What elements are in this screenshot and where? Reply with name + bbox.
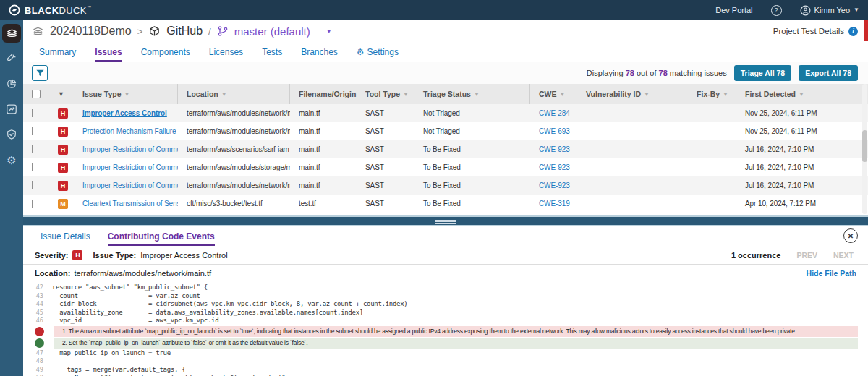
sidebar: ⚙ — [0, 20, 23, 376]
pie-chart-icon — [6, 78, 17, 90]
project-layers-icon — [32, 25, 44, 38]
prev-button[interactable]: PREV — [796, 251, 817, 260]
row-checkbox[interactable] — [32, 145, 33, 153]
table-row[interactable]: H Improper Restriction of Communi... ter… — [23, 140, 868, 158]
table-row[interactable]: H Improper Restriction of Communi... ter… — [23, 176, 868, 195]
cwe-link[interactable]: CWE-693 — [539, 127, 570, 135]
code-line: 45 availability_zone = data.aws_availabi… — [23, 309, 868, 317]
next-button[interactable]: NEXT — [833, 251, 854, 260]
cwe-link[interactable]: CWE-923 — [539, 163, 570, 171]
cwe-link[interactable]: CWE-284 — [539, 109, 570, 117]
tab-issues[interactable]: Issues — [95, 47, 122, 62]
row-checkbox[interactable] — [32, 181, 33, 189]
code-viewer: 42resource "aws_subnet" "km_public_subne… — [23, 282, 868, 376]
sort-caret-icon: ▼ — [124, 91, 130, 98]
table-row[interactable]: H Protection Mechanism Failure terraform… — [23, 122, 868, 140]
tab-contributing-code-events[interactable]: Contributing Code Events — [108, 231, 215, 246]
tab-components[interactable]: Components — [141, 47, 190, 62]
table-row[interactable]: M Cleartext Transmission of Sensitiv... … — [23, 195, 868, 213]
first-detected-cell: Nov 25, 2024, 6:11 PM — [736, 127, 868, 135]
user-menu[interactable]: Kimm Yeo ▼ — [800, 5, 859, 16]
column-fix-by[interactable]: Fix-By▼ — [688, 84, 736, 104]
row-checkbox[interactable] — [32, 200, 33, 208]
triage-status-cell: To Be Fixed — [414, 200, 530, 208]
tab-summary[interactable]: Summary — [39, 47, 76, 62]
filename-cell: main.tf — [290, 109, 357, 117]
issue-type-link[interactable]: Improper Access Control — [82, 109, 167, 117]
location-value: terraform/aws/modules/network/main.tf — [75, 269, 212, 278]
column-triage-status[interactable]: Triage Status▼ — [414, 84, 530, 104]
column-tool-type[interactable]: Tool Type▼ — [357, 84, 414, 104]
column-issue-type[interactable]: Issue Type▼ — [74, 84, 178, 104]
branch-caret-icon[interactable]: ▼ — [326, 28, 332, 35]
first-detected-cell: Apr 10, 2024, 7:12 PM — [736, 200, 868, 208]
severity-sort-header[interactable]: ▼ — [49, 84, 74, 104]
scroll-severity-marker — [864, 20, 868, 41]
info-icon[interactable]: i — [848, 27, 858, 36]
git-branch-icon — [217, 25, 229, 37]
tab-branches[interactable]: Branches — [301, 47, 338, 62]
code-line: 42resource "aws_subnet" "km_public_subne… — [23, 283, 868, 292]
issue-type-link[interactable]: Protection Mechanism Failure — [82, 127, 176, 135]
tab-licenses[interactable]: Licenses — [209, 47, 243, 62]
export-all-button[interactable]: Export All 78 — [799, 65, 858, 81]
gear-icon: ⚙ — [7, 155, 16, 166]
sort-caret-icon: ▼ — [560, 91, 566, 98]
close-panel-button[interactable]: ✕ — [843, 228, 858, 243]
sidebar-item-scans[interactable] — [2, 24, 21, 43]
column-filename-origin[interactable]: Filename/Origin▼ — [290, 84, 357, 104]
sidebar-item-trends[interactable] — [2, 100, 21, 119]
tab-tests[interactable]: Tests — [262, 47, 282, 62]
dev-portal-link[interactable]: Dev Portal — [715, 6, 752, 14]
issue-type-link[interactable]: Improper Restriction of Communi... — [82, 181, 178, 189]
tab-issue-details[interactable]: Issue Details — [41, 231, 90, 246]
column-location[interactable]: Location▼ — [178, 84, 290, 104]
help-icon[interactable]: ? — [771, 5, 782, 16]
column-cwe[interactable]: CWE▼ — [530, 84, 577, 104]
breadcrumb-project[interactable]: 20240118Demo — [50, 25, 132, 38]
app-root: BLACKDUCK™ Dev Portal ? Kimm Yeo ▼ — [0, 0, 868, 376]
table-row[interactable]: H Improper Restriction of Communi... ter… — [23, 158, 868, 176]
column-first-detected[interactable]: First Detected▼ — [736, 84, 868, 104]
issue-type-link[interactable]: Improper Restriction of Communi... — [82, 163, 178, 171]
scrollbar-thumb[interactable] — [862, 130, 867, 162]
repo-cube-icon — [148, 25, 161, 38]
cwe-link[interactable]: CWE-923 — [539, 181, 570, 189]
finding-text: 1. The Amazon subnet attribute `map_publ… — [62, 328, 796, 335]
tab-settings[interactable]: ⚙Settings — [357, 47, 399, 62]
filename-cell: test.tf — [290, 200, 357, 208]
finding-marker-icon — [35, 327, 44, 336]
issue-type-value: Improper Access Control — [140, 251, 227, 260]
row-checkbox[interactable] — [32, 163, 33, 171]
first-detected-cell: Nov 25, 2024, 6:11 PM — [736, 109, 868, 117]
issue-type-link[interactable]: Improper Restriction of Communi... — [82, 145, 178, 153]
sidebar-item-security[interactable] — [2, 125, 21, 144]
sidebar-item-reports[interactable] — [2, 74, 21, 93]
table-row[interactable]: H Improper Access Control terraform/aws/… — [23, 104, 868, 122]
project-test-details-link[interactable]: Project Test Details — [773, 27, 844, 35]
layers-icon — [6, 27, 18, 40]
filter-button[interactable] — [32, 65, 48, 81]
cwe-link[interactable]: CWE-923 — [539, 145, 570, 153]
issue-type-link[interactable]: Cleartext Transmission of Sensitiv... — [82, 200, 178, 208]
row-checkbox[interactable] — [32, 109, 33, 117]
hide-file-path-link[interactable]: Hide File Path — [807, 269, 856, 278]
column-vulnerability-id[interactable]: Vulnerability ID▼ — [577, 84, 688, 104]
row-checkbox[interactable] — [32, 127, 33, 135]
sidebar-item-tests[interactable] — [2, 49, 21, 68]
tool-type-cell: SAST — [357, 163, 414, 171]
blackduck-logo-icon — [9, 4, 20, 16]
tool-type-cell: SAST — [357, 109, 414, 117]
cwe-link[interactable]: CWE-319 — [539, 200, 570, 208]
triage-all-button[interactable]: Triage All 78 — [734, 65, 791, 81]
severity-badge: H — [58, 163, 68, 173]
panel-resize-divider[interactable] — [23, 215, 868, 226]
severity-label: Severity: — [35, 251, 68, 260]
select-all-checkbox[interactable] — [32, 90, 41, 98]
location-cell: terraform/aws/scenarios/ssrf-iam-... — [178, 145, 290, 153]
breadcrumb-repo[interactable]: GitHub — [166, 25, 203, 38]
severity-badge: H — [58, 108, 68, 119]
sort-caret-icon: ▼ — [474, 91, 480, 98]
branch-selector[interactable]: master (default) — [234, 25, 310, 38]
sidebar-item-settings[interactable]: ⚙ — [2, 150, 21, 169]
